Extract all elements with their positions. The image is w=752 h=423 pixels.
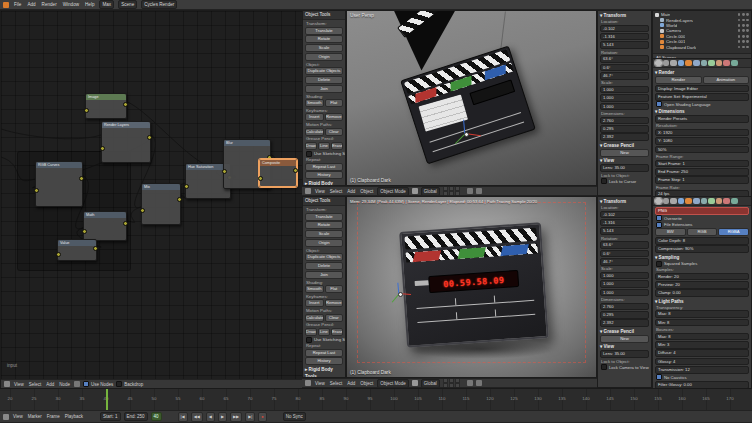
record-button[interactable]: ●: [258, 412, 266, 422]
overwrite-checkbox[interactable]: Overwrite: [656, 215, 748, 221]
delete-button[interactable]: Delete: [305, 262, 343, 270]
compression-90-field[interactable]: Compression: 90%: [655, 245, 749, 253]
jump-to-end-button[interactable]: ▶|: [245, 412, 255, 422]
end-frame-250-field[interactable]: End Frame: 250: [655, 168, 749, 176]
screen-layout-selector[interactable]: Max: [99, 0, 114, 9]
tab-constraints[interactable]: [693, 60, 700, 67]
tab-render[interactable]: [655, 198, 662, 205]
timeline-menu-frame[interactable]: Frame: [46, 414, 61, 419]
compositing-tree-icon[interactable]: [74, 381, 80, 387]
output-socket[interactable]: [123, 102, 128, 107]
0-102-field[interactable]: -0.102: [600, 211, 649, 219]
render-opengl-icon[interactable]: [476, 188, 482, 194]
erase-button[interactable]: Erase: [331, 328, 343, 336]
next-keyframe-button[interactable]: ▶▶: [230, 412, 242, 422]
file-extensions-checkbox[interactable]: File Extensions: [656, 222, 748, 228]
view3d-menu-add[interactable]: Add: [346, 381, 356, 386]
clear-button[interactable]: Clear: [325, 314, 344, 322]
transform-panel-header[interactable]: ▾ Transform: [599, 198, 650, 205]
lock-to-cursor-checkbox[interactable]: Lock to Cursor: [601, 178, 648, 184]
output-socket[interactable]: [79, 176, 84, 181]
sync-mode-dropdown[interactable]: No Sync: [283, 412, 306, 421]
render-camera-icon[interactable]: [746, 29, 749, 32]
input-socket[interactable]: [222, 169, 227, 174]
46-7-field[interactable]: 46.7°: [600, 72, 649, 80]
view3d-menu-view[interactable]: View: [314, 189, 326, 194]
tab-render-layers[interactable]: [663, 198, 670, 205]
display-image-editor-field[interactable]: Display: Image Editor: [655, 85, 749, 93]
node-canvas[interactable]: ImageRender LayersRGB CurvesMixHue Satur…: [1, 11, 303, 379]
grease-pencil-panel-header[interactable]: ▾ Grease Pencil: [599, 142, 650, 149]
node-image[interactable]: Image: [85, 93, 127, 119]
select-arrow-icon[interactable]: [742, 13, 745, 16]
1-000-field[interactable]: 1.000: [600, 272, 649, 280]
start-frame-1-field[interactable]: Start Frame: 1: [655, 160, 749, 168]
output-socket[interactable]: [293, 168, 298, 173]
use-nodes-toggle[interactable]: Use Nodes: [83, 381, 113, 387]
mode-dropdown[interactable]: Object Mode: [377, 379, 409, 388]
grease-pencil-panel-header[interactable]: ▾ Grease Pencil: [599, 328, 650, 335]
render-camera-icon[interactable]: [746, 19, 749, 22]
snap-magnet-icon[interactable]: [467, 380, 473, 386]
color-depth-8-field[interactable]: Color Depth: 8: [655, 237, 749, 245]
1-316-field[interactable]: -1.316: [600, 219, 649, 227]
rgba-button[interactable]: RGBA: [718, 228, 749, 236]
render-camera-icon[interactable]: [746, 40, 749, 43]
insert-button[interactable]: Insert: [305, 299, 324, 307]
editor-type-icon[interactable]: [305, 188, 311, 194]
rgb-button[interactable]: RGB: [687, 228, 718, 236]
timeline-ruler[interactable]: 2025303540455055606570758085909510010511…: [0, 388, 752, 410]
1-000-field[interactable]: 1.000: [600, 86, 649, 94]
input-socket[interactable]: [84, 108, 89, 113]
open-shading-language-checkbox[interactable]: Open Shading Language: [656, 102, 748, 108]
view-panel-header[interactable]: ▾ View: [599, 343, 650, 350]
clear-button[interactable]: Clear: [325, 128, 344, 136]
light-paths-panel-header[interactable]: ▾ Light Paths: [654, 298, 750, 305]
y-1080-field[interactable]: Y: 1080: [655, 137, 749, 145]
63-6-field[interactable]: 63.6°: [600, 55, 649, 63]
eye-icon[interactable]: [738, 19, 741, 22]
view3d-menu-add[interactable]: Add: [346, 189, 356, 194]
use-sketching-sessions-checkbox[interactable]: Use Sketching Sessions: [306, 151, 342, 157]
node-render-layers[interactable]: Render Layers: [101, 121, 151, 163]
render-button[interactable]: Render: [655, 76, 702, 84]
line-button[interactable]: Line: [318, 142, 330, 150]
rotate-button[interactable]: Rotate: [305, 35, 343, 43]
output-socket[interactable]: [177, 197, 182, 202]
0-6-field[interactable]: 0.6°: [600, 250, 649, 258]
max-8-field[interactable]: Max: 8: [655, 310, 749, 318]
editor-type-icon[interactable]: [305, 380, 311, 386]
output-socket[interactable]: [147, 135, 152, 140]
current-frame-field[interactable]: 40: [151, 412, 162, 421]
new-button[interactable]: New: [600, 335, 649, 343]
select-arrow-icon[interactable]: [742, 24, 745, 27]
draw-button[interactable]: Draw: [305, 328, 317, 336]
origin-button[interactable]: Origin: [305, 53, 343, 61]
rotate-button[interactable]: Rotate: [305, 221, 343, 229]
origin-button[interactable]: Origin: [305, 239, 343, 247]
tab-material[interactable]: [716, 198, 723, 205]
remove-button[interactable]: Remove: [325, 299, 344, 307]
render-presets-field[interactable]: Render Presets: [655, 115, 749, 123]
node-menu-node[interactable]: Node: [58, 382, 71, 387]
render-camera-icon[interactable]: [746, 46, 749, 49]
duplicate-objects-button[interactable]: Duplicate Objects: [305, 67, 343, 75]
render-20-field[interactable]: Render: 20: [655, 273, 749, 281]
node-menu-add[interactable]: Add: [45, 382, 55, 387]
viewport-shading-icon[interactable]: [412, 188, 418, 194]
tab-object[interactable]: [685, 60, 692, 67]
1-000-field[interactable]: 1.000: [600, 289, 649, 297]
flat-button[interactable]: Flat: [325, 99, 344, 107]
dimensions-panel-header[interactable]: ▾ Dimensions: [654, 108, 750, 115]
previous-keyframe-button[interactable]: ◀◀: [191, 412, 203, 422]
view3d-menu-view[interactable]: View: [314, 381, 326, 386]
0-295-field[interactable]: 0.295: [600, 311, 649, 319]
5-143-field[interactable]: 5.143: [600, 41, 649, 49]
duplicate-objects-button[interactable]: Duplicate Objects: [305, 253, 343, 261]
1-316-field[interactable]: -1.316: [600, 33, 649, 41]
lock-camera-to-view-checkbox[interactable]: Lock Camera to View: [601, 364, 648, 370]
tab-world[interactable]: [678, 198, 685, 205]
tab-material[interactable]: [716, 60, 723, 67]
render-camera-icon[interactable]: [746, 35, 749, 38]
2-760-field[interactable]: 2.760: [600, 117, 649, 125]
